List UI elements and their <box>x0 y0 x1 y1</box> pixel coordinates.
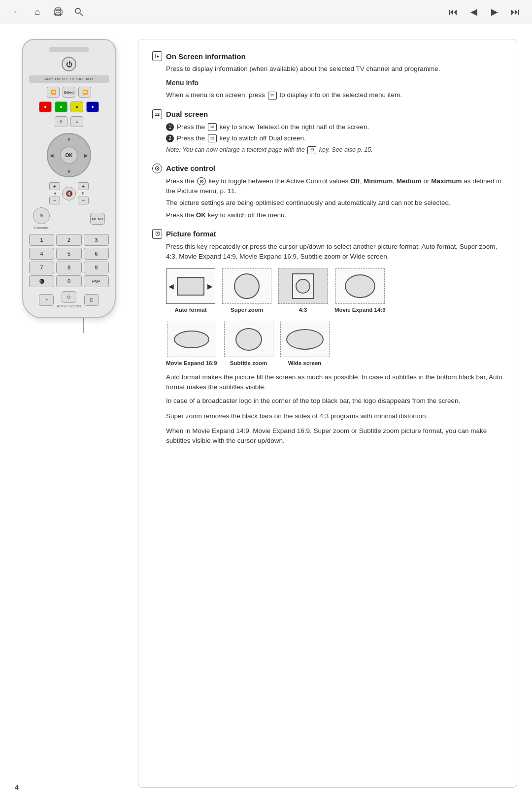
auto-format-img: ◀ ▶ <box>166 268 215 304</box>
power-button[interactable]: ⏻ <box>62 57 76 71</box>
active-control-text2: The picture settings are being optimised… <box>166 198 503 208</box>
format-superzoom: Super zoom <box>222 268 271 314</box>
num-7-button[interactable]: 7 <box>29 262 54 273</box>
active-control-section: ⊙ Active control Press the ⊙ key to togg… <box>152 164 503 220</box>
rewind-button[interactable]: ⏪ <box>47 87 60 98</box>
subtitlezoom-img <box>224 322 273 357</box>
source-dvd: DVD/R <box>55 77 67 81</box>
fastforward-button[interactable]: ⏩ <box>78 87 91 98</box>
picture-format-body3: Super zoom removes the black bars on the… <box>166 411 503 421</box>
pause-button[interactable]: ⏸ <box>55 116 67 127</box>
num-0-button[interactable]: 0 <box>56 275 81 287</box>
dpad-left[interactable]: ◀ <box>50 153 54 158</box>
num-6-button[interactable]: 6 <box>84 248 109 260</box>
toolbar-left: ← ⌂ <box>10 5 86 19</box>
content-area: i+ On Screen information Press to displa… <box>138 39 517 788</box>
num-5-button[interactable]: 5 <box>56 248 81 260</box>
i-plus-inline-icon: i+ <box>268 92 277 100</box>
skip-forward-button[interactable]: ⏭ <box>508 5 522 19</box>
dual-screen-icon: 12 <box>152 109 162 119</box>
widescreen-label: Wide screen <box>288 359 322 367</box>
dpad-right[interactable]: ▶ <box>84 153 88 158</box>
active-control-button[interactable]: ⊙ <box>62 291 76 303</box>
dual-screen-body: 1 Press the 12 key to show Teletext on t… <box>166 122 503 155</box>
num-2-button[interactable]: 2 <box>56 234 81 246</box>
remote-top-strip <box>49 47 89 52</box>
num-circle-1: 1 <box>166 123 174 131</box>
picture-format-body: Press this key repeatedly or press the c… <box>166 242 503 446</box>
browser-button[interactable]: ⊕ <box>33 207 50 224</box>
widescreen-img <box>280 322 330 357</box>
on-screen-title: On Screen information <box>166 52 246 61</box>
remote-control: ⏻ AMP DVD/R TV SAT AUX ⏪ Select ⏩ ● ● ● … <box>22 39 116 318</box>
num-1-button[interactable]: 1 <box>29 234 54 246</box>
dual-screen-header: 12 Dual screen <box>152 109 503 119</box>
main-layout: ⏻ AMP DVD/R TV SAT AUX ⏪ Select ⏩ ● ● ● … <box>0 24 532 798</box>
picture-format-body1: Auto format makes the picture fill the s… <box>166 372 503 393</box>
select-button[interactable]: Select <box>63 87 75 98</box>
pvp-button[interactable]: PvP <box>84 275 109 287</box>
num-8-button[interactable]: 8 <box>56 262 81 273</box>
source-row: AMP DVD/R TV SAT AUX <box>29 75 109 83</box>
dpad-ring[interactable]: ▲ ▼ ◀ ▶ OK <box>47 133 91 177</box>
ch-down-button[interactable]: − <box>78 197 89 204</box>
source-tv: TV <box>69 77 74 81</box>
svg-line-5 <box>80 13 83 16</box>
format-subtitlezoom: Subtitle zoom <box>224 322 273 367</box>
source-amp: AMP <box>44 77 53 81</box>
movieexpand169-inner <box>167 322 216 357</box>
yellow-button[interactable]: ● <box>70 101 83 112</box>
info-button[interactable]: i+ <box>39 294 54 306</box>
print-button[interactable] <box>51 5 65 19</box>
vol-down-button[interactable]: − <box>49 197 60 204</box>
num-3-button[interactable]: 3 <box>84 234 109 246</box>
green-button[interactable]: ● <box>55 101 67 112</box>
blue-button[interactable]: ● <box>86 101 99 112</box>
on-screen-icon: i+ <box>152 51 162 61</box>
ratio43-label: 4:3 <box>299 306 307 314</box>
format-button[interactable]: ⊡ <box>84 294 99 306</box>
search-button[interactable] <box>72 5 86 19</box>
remote-container: ⏻ AMP DVD/R TV SAT AUX ⏪ Select ⏩ ● ● ● … <box>15 39 123 788</box>
toolbar-right: ⏮ ◀ ▶ ⏭ <box>446 5 522 19</box>
vol-ch-row: + ◄ − 🔇 + P − <box>49 182 89 204</box>
prev-button[interactable]: ◀ <box>467 5 481 19</box>
subtitlezoom-label: Subtitle zoom <box>230 359 267 367</box>
on-screen-section: i+ On Screen information Press to displa… <box>152 51 503 100</box>
ch-label: P <box>82 191 84 196</box>
back-button[interactable]: ← <box>10 5 24 19</box>
menu-button[interactable]: MENU <box>90 213 105 225</box>
vol-up-button[interactable]: + <box>49 182 60 190</box>
expand-inline-icon: ⊡ <box>307 146 316 154</box>
ch-col: + P − <box>78 182 89 204</box>
red-button[interactable]: ● <box>39 101 52 112</box>
dual-inline-icon-2: 12 <box>208 134 217 142</box>
skip-back-button[interactable]: ⏮ <box>446 5 460 19</box>
page-number: 4 <box>15 783 19 791</box>
teletext-num-button[interactable]: ⓯ <box>29 275 54 287</box>
num-9-button[interactable]: 9 <box>84 262 109 273</box>
dpad-down[interactable]: ▼ <box>66 169 71 174</box>
picture-format-intro: Press this key repeatedly or press the c… <box>166 242 503 262</box>
next-button[interactable]: ▶ <box>488 5 501 19</box>
toolbar: ← ⌂ ⏮ ◀ ▶ ⏭ <box>0 0 532 24</box>
ok-button[interactable]: OK <box>60 146 78 164</box>
menu-info-body: When a menu is on screen, press i+ to di… <box>166 91 402 99</box>
picture-format-body4: When in Movie Expand 14:9, Movie Expand … <box>166 426 503 446</box>
ratio43-img <box>278 268 328 304</box>
movieexpand149-img <box>335 268 385 304</box>
ch-up-button[interactable]: + <box>78 182 89 190</box>
home-button[interactable]: ⌂ <box>31 5 44 19</box>
number-grid: 1 2 3 4 5 6 7 8 9 ⓯ 0 PvP <box>29 234 109 287</box>
picture-format-header: ⊡ Picture format <box>152 229 503 239</box>
connector-line <box>83 318 84 333</box>
movieexpand169-circle <box>174 331 209 348</box>
on-screen-header: i+ On Screen information <box>152 51 503 61</box>
teletext-button[interactable]: ≡ <box>70 116 83 127</box>
browser-menu-row: ⊕ Browser MENU <box>29 207 109 230</box>
dpad-up[interactable]: ▲ <box>66 136 71 141</box>
active-control-label: Active Control <box>57 304 81 308</box>
movieexpand169-img <box>167 322 216 357</box>
mute-button[interactable]: 🔇 <box>62 187 76 200</box>
num-4-button[interactable]: 4 <box>29 248 54 260</box>
